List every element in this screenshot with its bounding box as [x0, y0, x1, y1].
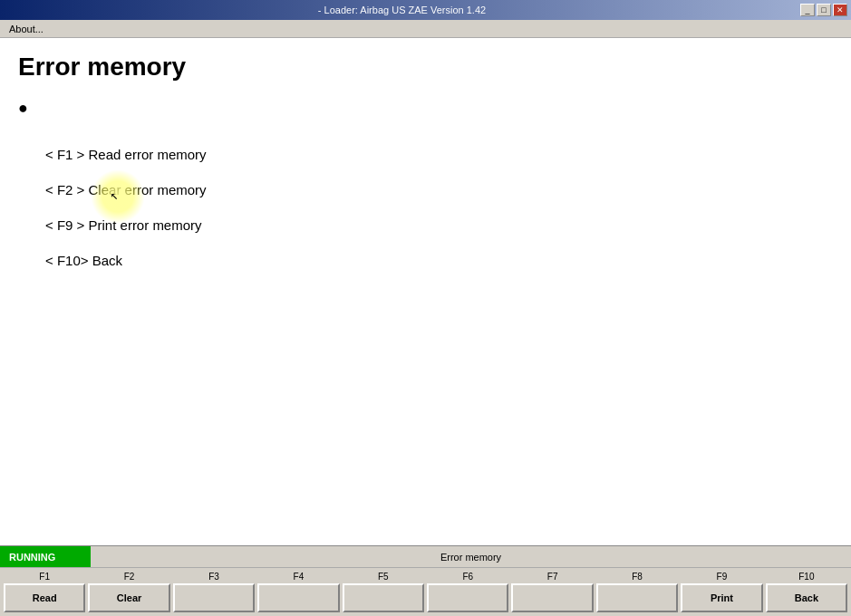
f9-label: Print error memory — [89, 217, 202, 233]
title-bar-text: - Loader: Airbag US ZAE Version 1.42 — [4, 5, 800, 15]
fkey-group-f10: F10Back — [766, 572, 847, 612]
menu-option-f9[interactable]: < F9 > Print error memory — [45, 216, 833, 235]
fkey-group-f4: F4 — [257, 572, 339, 612]
fkey-label-f7: F7 — [547, 572, 558, 582]
f1-label: Read error memory — [89, 147, 207, 162]
menu-bar: About... — [0, 20, 851, 38]
fkey-group-f1: F1Read — [4, 572, 85, 612]
f10-key: < F10> — [45, 253, 89, 268]
title-bar-buttons: _ □ ✕ — [800, 4, 847, 16]
fkey-group-f3: F3 — [173, 572, 255, 612]
fkey-label-f5: F5 — [378, 572, 389, 582]
fkey-label-f2: F2 — [124, 572, 135, 582]
f2-key: < F2 > — [45, 182, 84, 197]
main-content: Error memory ● ↖ < F1 > Read error memor… — [0, 38, 851, 545]
fkey-group-f2: F2Clear — [88, 572, 169, 612]
fkey-button-f7 — [511, 583, 593, 612]
fkey-group-f7: F7 — [511, 572, 593, 612]
status-message: Error memory — [91, 552, 851, 563]
page-title: Error memory — [18, 53, 833, 82]
minimize-button[interactable]: _ — [800, 4, 815, 16]
fkey-label-f6: F6 — [462, 572, 473, 582]
fkey-label-f8: F8 — [632, 572, 643, 582]
title-bar: - Loader: Airbag US ZAE Version 1.42 _ □… — [0, 0, 851, 20]
f1-key: < F1 > — [45, 147, 84, 162]
fkey-button-f3 — [173, 583, 255, 612]
fkey-button-f1[interactable]: Read — [4, 583, 85, 612]
fkey-button-f2[interactable]: Clear — [88, 583, 169, 612]
fkey-group-f8: F8 — [596, 572, 678, 612]
close-button[interactable]: ✕ — [833, 4, 847, 16]
menu-option-f2[interactable]: < F2 > Clear error memory — [45, 180, 833, 199]
f9-key: < F9 > — [45, 217, 84, 233]
fkey-label-f1: F1 — [39, 572, 50, 582]
fkey-button-f10[interactable]: Back — [766, 583, 847, 612]
fkey-group-f5: F5 — [343, 572, 424, 612]
fkey-button-f4 — [257, 583, 339, 612]
menu-item-about[interactable]: About... — [4, 22, 49, 36]
status-running: RUNNING — [0, 546, 91, 567]
bullet-indicator: ● — [18, 100, 833, 118]
fkey-button-f6 — [427, 583, 508, 612]
maximize-button[interactable]: □ — [817, 4, 831, 16]
fkey-label-f3: F3 — [208, 572, 219, 582]
menu-option-f10[interactable]: < F10> Back — [45, 251, 833, 270]
fkey-button-f5 — [343, 583, 424, 612]
fkey-label-f4: F4 — [294, 572, 305, 582]
menu-options: < F1 > Read error memory < F2 > Clear er… — [45, 145, 833, 270]
fkey-button-f8 — [596, 583, 678, 612]
f10-label: Back — [92, 253, 122, 268]
fkey-bar: F1ReadF2ClearF3F4F5F6F7F8F9PrintF10Back — [0, 567, 851, 616]
fkey-label-f10: F10 — [798, 572, 814, 582]
f2-label: Clear error memory — [89, 182, 207, 197]
fkey-group-f6: F6 — [427, 572, 508, 612]
status-bar: RUNNING Error memory — [0, 545, 851, 567]
menu-option-f1[interactable]: < F1 > Read error memory — [45, 145, 833, 164]
fkey-button-f9[interactable]: Print — [681, 583, 762, 612]
fkey-group-f9: F9Print — [681, 572, 762, 612]
fkey-label-f9: F9 — [717, 572, 728, 582]
